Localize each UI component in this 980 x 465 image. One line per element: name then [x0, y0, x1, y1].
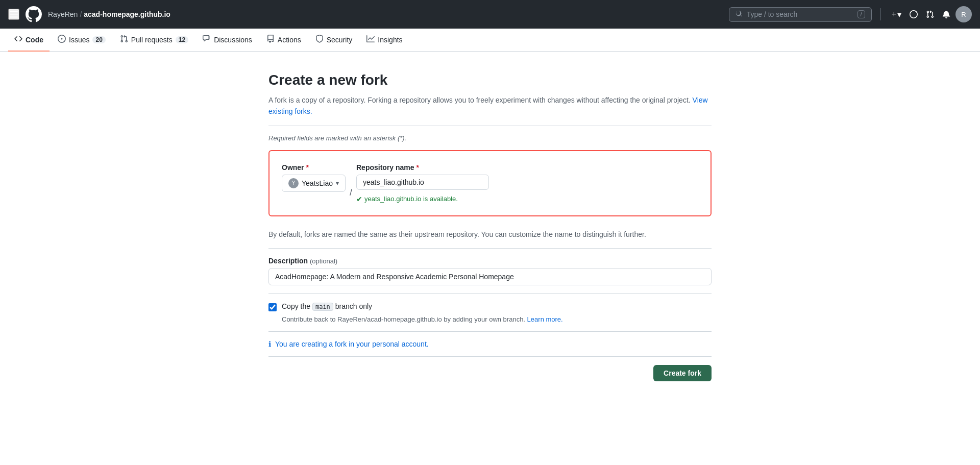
main-content: Create a new fork A fork is a copy of a … — [260, 72, 720, 381]
owner-value: YeatsLiao — [302, 179, 333, 187]
copilot-button[interactable] — [906, 7, 921, 21]
fork-form-box: Owner * Y YeatsLiao ▾ / Repository name … — [268, 150, 712, 216]
owner-repo-row: Owner * Y YeatsLiao ▾ / Repository name … — [282, 163, 698, 203]
description-input[interactable] — [268, 268, 712, 285]
personal-account-notice: ℹ You are creating a fork in your person… — [268, 340, 712, 348]
nav-code[interactable]: Code — [8, 29, 50, 52]
actions-icon — [266, 35, 275, 44]
nav-pullrequests[interactable]: Pull requests 12 — [114, 29, 194, 52]
hamburger-menu[interactable] — [8, 9, 19, 20]
availability-text: yeats_liao.github.io is available. — [364, 195, 458, 203]
nav-security[interactable]: Security — [309, 29, 359, 52]
description-label: Description (optional) — [268, 257, 712, 265]
breadcrumb: RayeRen / acad-homepage.github.io — [48, 10, 170, 18]
issues-icon — [58, 35, 66, 44]
search-icon — [736, 10, 743, 19]
discussions-nav-label: Discussions — [214, 36, 252, 44]
insights-icon — [366, 35, 375, 44]
divider-1 — [268, 126, 712, 126]
pullrequests-nav-label: Pull requests — [131, 36, 173, 44]
learn-more-link[interactable]: Learn more. — [527, 315, 563, 323]
owner-dropdown-arrow: ▾ — [336, 180, 339, 187]
create-new-button[interactable]: + ▾ — [889, 7, 904, 22]
nav-issues[interactable]: Issues 20 — [52, 29, 112, 52]
top-navbar: RayeRen / acad-homepage.github.io Type /… — [0, 0, 980, 29]
nav-discussions[interactable]: Discussions — [197, 29, 258, 52]
search-placeholder: Type / to search — [747, 10, 853, 18]
pullrequest-icon — [120, 35, 128, 44]
copy-main-checkbox[interactable] — [268, 303, 277, 311]
breadcrumb-repo[interactable]: acad-homepage.github.io — [84, 10, 170, 18]
divider-4 — [268, 331, 712, 332]
plus-dropdown-icon: ▾ — [897, 10, 901, 19]
personal-account-text: You are creating a fork in your personal… — [275, 340, 429, 348]
global-search[interactable]: Type / to search / — [729, 7, 872, 22]
divider-5 — [268, 356, 712, 357]
divider-3 — [268, 293, 712, 294]
nav-icon-group: + ▾ R — [889, 6, 972, 22]
info-icon: ℹ — [268, 340, 271, 348]
main-branch-badge: main — [312, 303, 333, 311]
issues-badge: 20 — [92, 36, 105, 43]
copy-main-label: Copy the main branch only — [282, 302, 372, 310]
copy-main-subtext: Contribute back to RayeRen/acad-homepage… — [282, 315, 712, 323]
availability-message: ✔ yeats_liao.github.io is available. — [356, 195, 489, 203]
divider-2 — [268, 248, 712, 249]
create-fork-button[interactable]: Create fork — [653, 365, 712, 381]
owner-group: Owner * Y YeatsLiao ▾ — [282, 163, 346, 192]
owner-label: Owner * — [282, 163, 346, 172]
page-title: Create a new fork — [268, 72, 712, 88]
user-avatar[interactable]: R — [955, 6, 972, 22]
code-icon — [14, 35, 22, 44]
breadcrumb-user[interactable]: RayeRen — [48, 10, 78, 18]
issues-nav-label: Issues — [69, 36, 89, 44]
insights-nav-label: Insights — [378, 36, 402, 44]
nav-divider — [880, 8, 880, 20]
plus-icon: + — [892, 10, 896, 19]
owner-avatar-small: Y — [288, 178, 299, 188]
page-description: A fork is a copy of a repository. Forkin… — [268, 94, 712, 117]
form-actions: Create fork — [268, 365, 712, 381]
repo-navbar: Code Issues 20 Pull requests 12 Discussi… — [0, 29, 980, 52]
github-logo[interactable] — [26, 6, 42, 22]
code-nav-label: Code — [26, 36, 43, 44]
required-fields-note: Required fields are marked with an aster… — [268, 134, 712, 142]
repo-name-label: Repository name * — [356, 163, 489, 172]
slash-separator: / — [350, 187, 352, 203]
default-name-info: By default, forks are named the same as … — [268, 229, 712, 240]
description-optional: (optional) — [310, 257, 337, 265]
actions-nav-label: Actions — [278, 36, 301, 44]
search-shortcut-badge: / — [857, 10, 865, 18]
discussions-icon — [203, 35, 211, 44]
security-icon — [315, 35, 324, 44]
owner-select[interactable]: Y YeatsLiao ▾ — [282, 175, 346, 192]
description-section: Description (optional) — [268, 257, 712, 285]
check-circle-icon: ✔ — [356, 195, 362, 203]
nav-actions[interactable]: Actions — [260, 29, 307, 52]
repo-name-group: Repository name * ✔ yeats_liao.github.io… — [356, 163, 489, 203]
pullrequests-badge: 12 — [176, 36, 188, 43]
copy-main-branch-row: Copy the main branch only — [268, 302, 712, 311]
notifications-button[interactable] — [939, 7, 953, 21]
nav-insights[interactable]: Insights — [360, 29, 408, 52]
pull-requests-nav-button[interactable] — [923, 7, 937, 21]
security-nav-label: Security — [327, 36, 353, 44]
breadcrumb-separator: / — [80, 10, 82, 18]
repo-name-input[interactable] — [356, 175, 489, 190]
owner-required-star: * — [306, 163, 308, 172]
repo-name-required-star: * — [416, 163, 419, 172]
